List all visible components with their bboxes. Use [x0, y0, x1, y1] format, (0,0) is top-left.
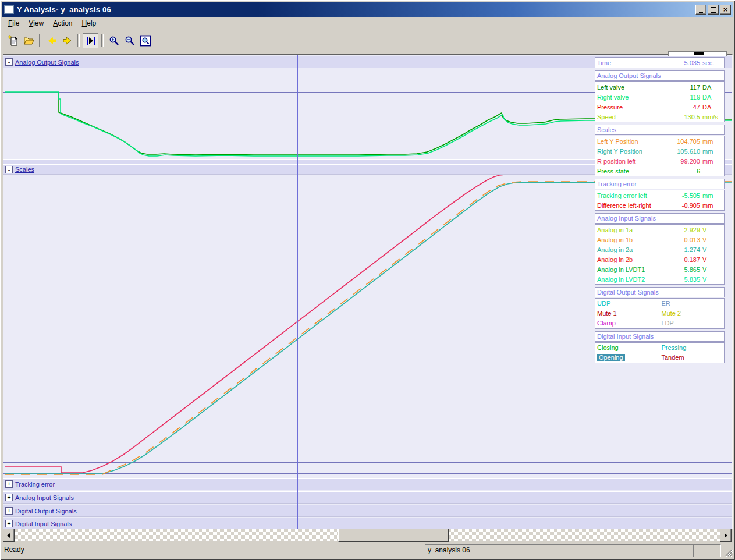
unit: V	[700, 256, 722, 263]
signal-row-right-valve[interactable]: Right valve-119DA	[595, 92, 724, 102]
signal-row-left-valve[interactable]: Left valve-117DA	[595, 82, 724, 92]
signal-cell-clamp[interactable]: Clamp	[595, 318, 660, 328]
cell-label: Opening	[597, 354, 625, 361]
window-title: Y Analysis- y_analysis 06	[17, 5, 695, 14]
signal-row-pressure[interactable]: Pressure47DA	[595, 102, 724, 112]
cell-label: UDP	[597, 300, 610, 307]
section-band-digital-input-signals: +Digital Input Signals	[3, 518, 732, 529]
menu-item-file[interactable]: File	[4, 18, 23, 29]
open-file-button[interactable]	[22, 34, 36, 48]
signal-row-r-position-left[interactable]: R position left99.200mm	[595, 156, 724, 166]
section-label[interactable]: Analog Output Signals	[15, 59, 79, 66]
value: 104.705	[677, 138, 700, 145]
signal-cell-closing[interactable]: Closing	[595, 343, 660, 353]
app-icon	[4, 5, 14, 14]
unit: DA	[700, 104, 722, 111]
minimize-button[interactable]	[695, 5, 706, 15]
signal-row-right-y-position[interactable]: Right Y Position105.610mm	[595, 146, 724, 156]
zoom-in-icon	[108, 35, 120, 47]
time-overview-track[interactable]	[668, 51, 727, 56]
panel-section-header-digital-input-signals: Digital Input Signals	[595, 331, 725, 342]
time-readout-row: Time 5.035 sec.	[595, 57, 725, 68]
scroll-right-arrow-icon	[723, 533, 728, 538]
collapse-box-icon[interactable]: -	[5, 166, 13, 173]
signal-row-analog-in-1a[interactable]: Analog in 1a2.929V	[595, 225, 724, 235]
section-label[interactable]: Digital Input Signals	[15, 520, 72, 527]
collapse-box-icon[interactable]: -	[5, 58, 13, 66]
forward-button[interactable]	[60, 34, 74, 48]
label: Tracking error left	[597, 192, 682, 199]
value: 2.929	[684, 226, 700, 233]
close-button[interactable]: ×	[720, 5, 731, 15]
signal-row-press-state[interactable]: Press state6	[595, 166, 724, 176]
label: Left Y Position	[597, 138, 677, 145]
unit: V	[700, 236, 722, 243]
unit: V	[700, 276, 722, 283]
section-label[interactable]: Digital Output Signals	[15, 508, 77, 515]
value: 1.274	[684, 246, 700, 253]
application-window: Y Analysis- y_analysis 06 × FileViewActi…	[0, 0, 735, 560]
menu-bar: FileViewActionHelp	[2, 17, 733, 30]
panel-section-header-digital-output-signals: Digital Output Signals	[595, 287, 725, 297]
resize-grip[interactable]	[725, 549, 733, 557]
back-arrow-icon	[46, 35, 58, 47]
label: Analog in 1b	[597, 236, 684, 243]
menu-item-action[interactable]: Action	[49, 18, 76, 29]
section-label[interactable]: Scales	[15, 166, 34, 173]
signal-row-analog-in-lvdt2[interactable]: Analog in LVDT25.835V	[595, 274, 724, 284]
signal-row-speed[interactable]: Speed-130.5mm/s	[595, 112, 724, 122]
zoom-out-icon	[124, 35, 136, 47]
cell-label: LDP	[662, 320, 674, 327]
time-cursor-line[interactable]	[297, 55, 298, 529]
signal-row-analog-in-2a[interactable]: Analog in 2a1.274V	[595, 244, 724, 254]
panel-section-header-tracking-error: Tracking error	[595, 179, 725, 189]
cell-label: Mute 2	[662, 310, 681, 317]
back-button[interactable]	[44, 34, 59, 48]
scroll-left-button[interactable]	[3, 529, 15, 542]
signal-cell-opening[interactable]: Opening	[595, 353, 660, 363]
expand-box-icon[interactable]: +	[5, 520, 13, 527]
time-overview-thumb[interactable]	[694, 52, 704, 55]
label: Right valve	[597, 94, 688, 101]
status-document-field: y_analysis 06	[425, 544, 674, 557]
value: -0.905	[682, 202, 700, 209]
signal-cell-mute-1[interactable]: Mute 1	[595, 309, 660, 318]
panel-section-header-scales: Scales	[595, 125, 725, 135]
value: 99.200	[680, 158, 700, 165]
signal-cell-ldp[interactable]: LDP	[660, 318, 725, 328]
signal-cell-pressing[interactable]: Pressing	[660, 343, 725, 353]
expand-box-icon[interactable]: +	[5, 507, 13, 515]
signal-cell-mute-2[interactable]: Mute 2	[660, 309, 725, 318]
menu-item-view[interactable]: View	[24, 18, 48, 29]
section-label[interactable]: Tracking error	[15, 481, 55, 488]
signal-row-difference-left-right[interactable]: Difference left-right-0.905mm	[595, 200, 724, 210]
zoom-region-button[interactable]	[138, 34, 152, 48]
signal-row-tracking-error-left[interactable]: Tracking error left-5.505mm	[595, 190, 724, 200]
signal-row-analog-in-1b[interactable]: Analog in 1b0.013V	[595, 235, 724, 244]
signal-cell-udp[interactable]: UDP	[595, 299, 660, 309]
section-band-tracking-error: +Tracking error	[3, 478, 732, 490]
maximize-button[interactable]	[708, 5, 719, 15]
cell-label: Closing	[597, 344, 619, 351]
signal-cell-er[interactable]: ER	[660, 299, 725, 309]
signal-row-analog-in-2b[interactable]: Analog in 2b0.187V	[595, 254, 724, 264]
new-document-button[interactable]	[6, 34, 20, 48]
expand-box-icon[interactable]: +	[5, 494, 13, 501]
scrollbar-thumb[interactable]	[338, 529, 449, 542]
horizontal-scrollbar[interactable]	[3, 529, 732, 541]
signal-cell-tandem[interactable]: Tandem	[660, 353, 725, 363]
expand-box-icon[interactable]: +	[5, 480, 13, 488]
menu-item-help[interactable]: Help	[78, 18, 101, 29]
value: 6	[697, 168, 700, 175]
zoom-in-button[interactable]	[106, 34, 121, 48]
signal-row-analog-in-lvdt1[interactable]: Analog in LVDT15.865V	[595, 264, 724, 274]
cell-label: Tandem	[662, 354, 684, 361]
step-cursor-button[interactable]	[83, 33, 98, 48]
value: -130.5	[682, 114, 700, 120]
section-band-digital-output-signals: +Digital Output Signals	[3, 505, 732, 517]
signal-row-left-y-position[interactable]: Left Y Position104.705mm	[595, 136, 724, 146]
scroll-right-button[interactable]	[720, 529, 732, 542]
zoom-out-button[interactable]	[122, 34, 137, 48]
toolbar-separator	[77, 34, 80, 47]
section-label[interactable]: Analog Input Signals	[15, 494, 74, 501]
